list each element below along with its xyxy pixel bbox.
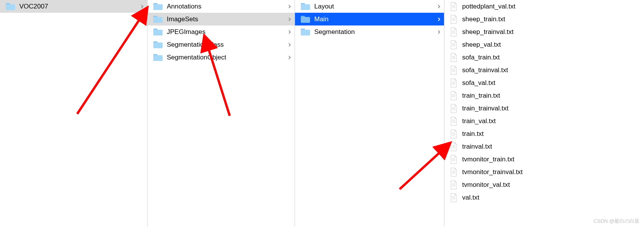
item-label: train_train.txt <box>462 92 641 100</box>
folder-row[interactable]: SegmentationClass <box>147 38 295 51</box>
file-row[interactable]: sheep_train.txt <box>444 13 644 25</box>
file-row[interactable]: pottedplant_val.txt <box>444 0 644 13</box>
file-row[interactable]: sheep_trainval.txt <box>444 25 644 38</box>
file-row[interactable]: train_val.txt <box>444 115 644 127</box>
item-label: sheep_train.txt <box>462 15 641 23</box>
svg-rect-1 <box>153 4 163 10</box>
file-icon <box>450 117 458 126</box>
folder-icon <box>300 28 310 36</box>
item-label: train_val.txt <box>462 117 641 125</box>
file-row[interactable]: train_trainval.txt <box>444 102 644 115</box>
file-row[interactable]: tvmonitor_val.txt <box>444 178 644 191</box>
svg-rect-0 <box>6 4 15 10</box>
item-label: train_trainval.txt <box>462 105 641 112</box>
finder-column-view: VOC2007 Annotations ImageSets JPEGImages… <box>0 0 644 227</box>
file-icon <box>450 27 458 37</box>
folder-row[interactable]: ImageSets <box>147 13 295 25</box>
item-label: Segmentation <box>314 28 436 36</box>
folder-icon <box>5 3 15 10</box>
svg-rect-7 <box>301 17 310 23</box>
item-label: ImageSets <box>167 15 286 23</box>
chevron-right-icon <box>288 56 291 59</box>
file-row[interactable]: tvmonitor_trainval.txt <box>444 166 644 178</box>
folder-icon <box>153 54 163 61</box>
file-icon <box>450 78 458 88</box>
file-icon <box>450 180 458 190</box>
svg-rect-2 <box>153 17 163 23</box>
file-icon <box>450 104 458 113</box>
chevron-right-icon <box>437 30 441 34</box>
item-label: pottedplant_val.txt <box>462 3 641 10</box>
item-label: tvmonitor_train.txt <box>462 156 641 163</box>
file-icon <box>450 142 458 151</box>
file-icon <box>450 193 458 202</box>
svg-rect-5 <box>153 55 163 61</box>
file-icon <box>450 155 458 164</box>
item-label: SegmentationClass <box>167 41 286 49</box>
file-icon <box>450 129 458 139</box>
item-label: Annotations <box>167 3 286 10</box>
item-label: JPEGImages <box>167 28 286 36</box>
file-icon <box>450 66 458 75</box>
chevron-right-icon <box>288 30 291 34</box>
item-label: trainval.txt <box>462 143 641 151</box>
folder-row[interactable]: Segmentation <box>295 25 444 38</box>
item-label: Layout <box>314 3 436 10</box>
item-label: sofa_trainval.txt <box>462 66 641 74</box>
item-label: tvmonitor_trainval.txt <box>462 168 641 176</box>
file-icon <box>450 91 458 100</box>
file-row[interactable]: val.txt <box>444 191 644 204</box>
file-icon <box>450 168 458 177</box>
file-icon <box>450 53 458 62</box>
folder-icon <box>300 3 310 10</box>
folder-icon <box>300 15 310 23</box>
finder-column-2[interactable]: Annotations ImageSets JPEGImages Segment… <box>147 0 295 227</box>
folder-row[interactable]: Layout <box>295 0 444 13</box>
chevron-right-icon <box>437 17 441 21</box>
finder-column-3[interactable]: Layout Main Segmentation <box>295 0 444 227</box>
folder-row[interactable]: Main <box>295 13 444 25</box>
chevron-right-icon <box>437 5 441 8</box>
file-icon <box>450 15 458 24</box>
svg-rect-8 <box>301 30 310 36</box>
file-row[interactable]: sheep_val.txt <box>444 38 644 51</box>
chevron-right-icon <box>288 43 291 47</box>
file-row[interactable]: sofa_train.txt <box>444 51 644 64</box>
item-label: VOC2007 <box>19 3 139 10</box>
svg-rect-4 <box>153 42 163 48</box>
finder-column-1[interactable]: VOC2007 <box>0 0 147 227</box>
chevron-right-icon <box>288 17 291 21</box>
svg-rect-3 <box>153 30 163 36</box>
folder-icon <box>153 28 163 36</box>
item-label: sofa_val.txt <box>462 79 641 87</box>
finder-column-4[interactable]: pottedplant_val.txt sheep_train.txt shee… <box>444 0 644 227</box>
item-label: val.txt <box>462 194 641 202</box>
chevron-right-icon <box>288 5 291 8</box>
folder-row[interactable]: SegmentationObject <box>147 51 295 64</box>
folder-icon <box>153 3 163 10</box>
folder-row[interactable]: Annotations <box>147 0 295 13</box>
file-row[interactable]: train_train.txt <box>444 89 644 102</box>
file-row[interactable]: trainval.txt <box>444 140 644 153</box>
folder-row[interactable]: JPEGImages <box>147 25 295 38</box>
item-label: sheep_val.txt <box>462 41 641 49</box>
file-row[interactable]: sofa_val.txt <box>444 76 644 89</box>
item-label: tvmonitor_val.txt <box>462 181 641 189</box>
item-label: train.txt <box>462 130 641 138</box>
folder-icon <box>153 15 163 23</box>
svg-rect-6 <box>301 4 310 10</box>
file-row[interactable]: train.txt <box>444 127 644 140</box>
item-label: SegmentationObject <box>167 54 286 61</box>
item-label: sofa_train.txt <box>462 54 641 61</box>
folder-row[interactable]: VOC2007 <box>0 0 147 13</box>
chevron-right-icon <box>140 5 144 8</box>
folder-icon <box>153 41 163 49</box>
file-row[interactable]: sofa_trainval.txt <box>444 64 644 76</box>
file-icon <box>450 40 458 49</box>
file-icon <box>450 2 458 11</box>
item-label: sheep_trainval.txt <box>462 28 641 36</box>
item-label: Main <box>314 15 436 23</box>
file-row[interactable]: tvmonitor_train.txt <box>444 153 644 166</box>
